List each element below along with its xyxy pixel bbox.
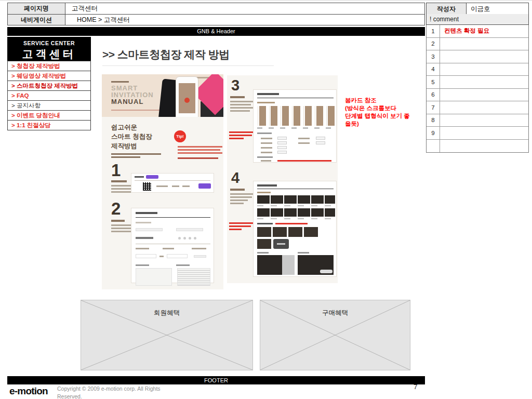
comment-row: 9 — [427, 127, 528, 140]
emotion-logo: e-motion — [9, 385, 48, 397]
title-divider — [102, 65, 274, 66]
step-2-screenshot — [131, 208, 214, 283]
page-title: >> 스마트청첩장 제작 방법 — [102, 47, 230, 62]
gnb-header-bar: GNB & Header — [7, 27, 425, 36]
step-1-screenshot — [131, 173, 214, 193]
breadcrumb: HOME > 고객센터 — [65, 15, 424, 25]
sidebar-item-1to1-consult[interactable]: > 1:1 친절상담 — [7, 120, 91, 130]
step-4-number: 4 — [231, 170, 240, 185]
comment-row: 4 — [427, 63, 528, 76]
comment-row: 2 — [427, 38, 528, 51]
manual-screenshot-left: SMART INVITATION MANUAL 쉽고쉬운 스마트 청첩장 제작방… — [102, 74, 223, 289]
sidebar-title-ko: 고객센터 — [7, 47, 91, 61]
page-name-label: 페이지명 — [8, 3, 65, 14]
step-4-screenshot — [253, 181, 337, 277]
comment-text-1: 컨텐츠 확정 필요 — [440, 25, 528, 37]
copyright-text: Copyright © 2009 e-motion corp. All Righ… — [57, 385, 180, 399]
purchase-benefit-label: 구매혜택 — [260, 309, 410, 317]
phone-white-graphic — [176, 76, 198, 117]
step-2-number: 2 — [111, 200, 121, 217]
navigation-label: 네비게이션 — [8, 15, 65, 25]
comment-row: 3 — [427, 50, 528, 63]
author-label: 작성자 — [427, 3, 467, 15]
sidebar: SERVICE CENTER 고객센터 > 청첩장 제작방법 > 웨딩영상 제작… — [7, 37, 91, 130]
comment-row: 7 — [427, 101, 528, 114]
manual-intro-text: 쉽고쉬운 스마트 청첩장 제작방법 — [111, 123, 152, 151]
step-1-number: 1 — [111, 162, 121, 179]
comment-table: 1 컨텐츠 확정 필요 2 3 4 5 6 7 8 9 — [426, 25, 529, 153]
footer-bar: FOOTER — [7, 376, 425, 384]
manual-screenshot-right: 3 4 — [227, 75, 338, 283]
comment-header: ! comment — [426, 14, 529, 25]
comment-row: 6 — [427, 89, 528, 102]
manual-hero: SMART INVITATION MANUAL — [102, 74, 223, 117]
sidebar-item-faq[interactable]: > FAQ — [7, 90, 91, 101]
sidebar-item-smart-invitation-guide[interactable]: > 스마트청첩장 제작방법 — [7, 81, 91, 91]
sidebar-item-wedding-video-guide[interactable]: > 웨딩영상 제작방법 — [7, 71, 91, 81]
page-top-edge — [0, 0, 532, 1]
comment-row: 1 컨텐츠 확정 필요 — [427, 25, 528, 38]
comment-row: 5 — [427, 76, 528, 89]
page-spec-table: 페이지명 고객센터 네비게이션 HOME > 고객센터 — [7, 3, 425, 25]
tip-badge: Tip! — [174, 130, 186, 142]
annotation-note: 봄카드 참조 (방식은 스크롤보다 단계별 탭형식이 보기 좋 을듯) — [345, 97, 420, 128]
page-number: 7 — [414, 383, 418, 391]
member-benefit-label: 회원혜택 — [81, 309, 252, 317]
comment-row: 8 — [427, 114, 528, 127]
sidebar-item-invitation-guide[interactable]: > 청첩장 제작방법 — [7, 61, 91, 71]
sidebar-title-block: SERVICE CENTER 고객센터 — [7, 37, 91, 61]
step-3-number: 3 — [231, 78, 240, 93]
manual-brand-manual: MANUAL — [111, 98, 143, 105]
page-name-value: 고객센터 — [65, 3, 424, 14]
comment-row — [427, 140, 528, 153]
author-name: 이금호 — [467, 3, 528, 15]
sidebar-title-en: SERVICE CENTER — [7, 40, 91, 46]
navigation-row: 네비게이션 HOME > 고객센터 — [8, 15, 424, 25]
step-3-screenshot — [253, 89, 337, 163]
sidebar-item-notice[interactable]: > 공지사항 — [7, 100, 91, 111]
page-name-row: 페이지명 고객센터 — [8, 3, 424, 15]
member-benefit-placeholder: 회원혜택 — [81, 300, 253, 370]
sidebar-item-event-winners[interactable]: > 이벤트 당첨안내 — [7, 110, 91, 121]
more-button-dark — [273, 239, 289, 249]
author-table: 작성자 이금호 — [426, 3, 529, 15]
purchase-benefit-placeholder: 구매혜택 — [260, 300, 410, 370]
